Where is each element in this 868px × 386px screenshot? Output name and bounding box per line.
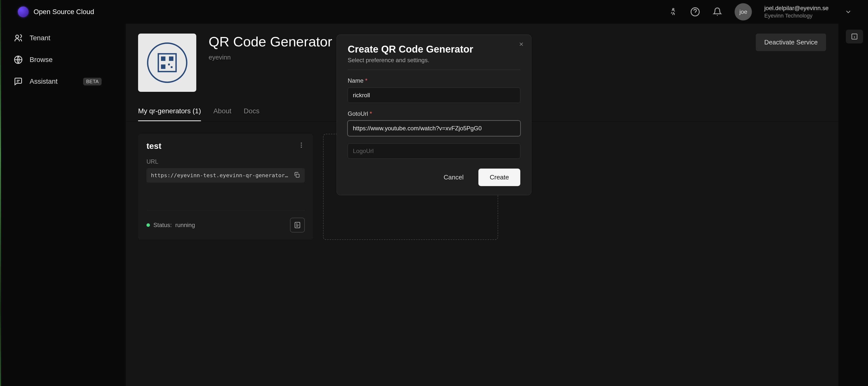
required-icon: *	[370, 110, 372, 117]
gotourl-input[interactable]	[348, 121, 520, 136]
create-modal: Create QR Code Generator Select preferen…	[337, 34, 531, 195]
required-icon: *	[365, 77, 367, 84]
gotourl-label: GotoUrl *	[348, 110, 520, 117]
logourl-input[interactable]	[348, 143, 520, 159]
cancel-button[interactable]: Cancel	[436, 169, 471, 186]
create-button[interactable]: Create	[478, 169, 520, 186]
divider	[348, 69, 520, 70]
name-label: Name *	[348, 77, 520, 84]
modal-overlay: Create QR Code Generator Select preferen…	[0, 0, 868, 386]
modal-title: Create QR Code Generator	[348, 44, 520, 55]
modal-subtitle: Select preference and settings.	[348, 57, 520, 64]
name-input[interactable]	[348, 88, 520, 103]
close-icon[interactable]	[518, 41, 524, 49]
